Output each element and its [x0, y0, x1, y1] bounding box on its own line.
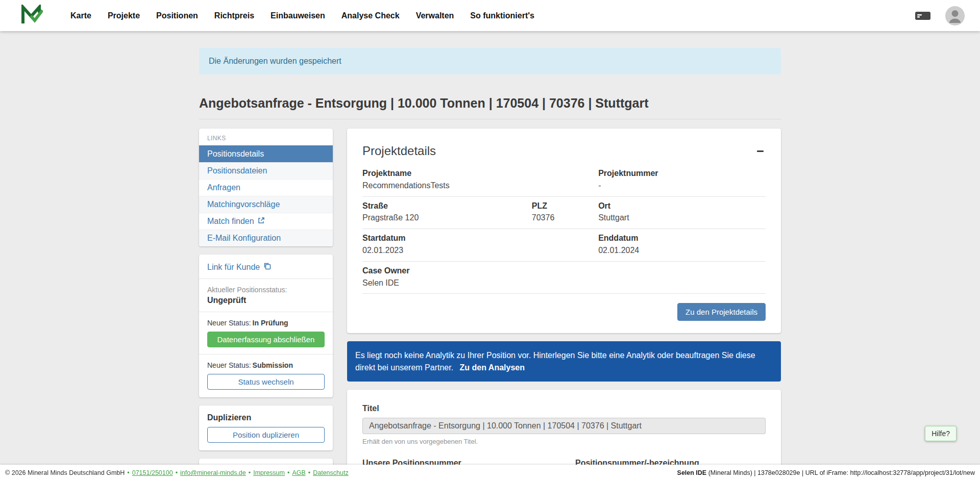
startdatum-value: 02.01.2023	[362, 245, 598, 256]
projektnummer-value: -	[598, 181, 766, 191]
hilfe-button[interactable]: Hilfe?	[925, 426, 957, 441]
project-row: Projektname RecommendationsTests Projekt…	[362, 164, 766, 197]
customer-link-label: Link für Kunde	[207, 263, 260, 272]
datenerfassung-abschliessen-button[interactable]: Datenerfassung abschließen	[207, 332, 325, 347]
nav-verwalten[interactable]: Verwalten	[416, 11, 454, 20]
page-content: Die Änderungen wurden gespeichert Angebo…	[0, 48, 980, 481]
analytics-banner: Es liegt noch keine Analytik zu Ihrer Po…	[347, 341, 781, 381]
next-status-value: In Prüfung	[253, 319, 288, 327]
plz-label: PLZ	[532, 201, 598, 212]
current-status-value: Ungeprüft	[207, 296, 325, 305]
nav-richtpreis[interactable]: Richtpreis	[214, 11, 254, 20]
titel-input	[362, 418, 766, 434]
card-reader-icon[interactable]	[915, 10, 931, 22]
project-row: Case Owner Selen IDE	[362, 262, 766, 294]
footer-link-agb[interactable]: AGB	[292, 469, 305, 476]
sidebar-links-card: LINKS Positionsdetails Positionsdateien …	[199, 129, 333, 246]
sidebar-item-matchingvorschlaege[interactable]: Matchingvorschläge	[199, 196, 333, 213]
separator: •	[249, 469, 251, 476]
project-row: Startdatum 02.01.2023 Enddatum 02.01.202…	[362, 229, 766, 262]
app-logo[interactable]	[20, 5, 43, 27]
titel-label: Titel	[362, 404, 766, 413]
strasse-label: Straße	[362, 201, 532, 212]
zu-den-analysen-link[interactable]: Zu den Analysen	[460, 363, 525, 372]
footer-link-phone[interactable]: 07151/250100	[132, 469, 173, 476]
top-nav-bar: Karte Projekte Positionen Richtpreis Ein…	[0, 0, 980, 31]
projektname-label: Projektname	[362, 168, 598, 179]
case-owner-label: Case Owner	[362, 266, 766, 276]
user-avatar[interactable]	[945, 6, 965, 26]
sidebar: LINKS Positionsdetails Positionsdateien …	[199, 129, 333, 481]
session-user: Selen IDE	[677, 469, 707, 476]
nav-analyse-check[interactable]: Analyse Check	[341, 11, 400, 20]
next-status-label: Neuer Status:	[207, 361, 251, 369]
separator: •	[127, 469, 129, 476]
nav-so-funktionierts[interactable]: So funktioniert's	[470, 11, 534, 20]
enddatum-label: Enddatum	[598, 233, 766, 244]
project-details-card: Projektdetails Projektname Recommendatio…	[347, 129, 781, 333]
sidebar-item-match-finden[interactable]: Match finden	[199, 213, 333, 230]
nav-projekte[interactable]: Projekte	[108, 11, 140, 20]
case-owner-value: Selen IDE	[362, 278, 766, 289]
next-status-line-1: Neuer Status:In Prüfung	[207, 319, 325, 327]
projektnummer-label: Projektnummer	[598, 168, 766, 179]
current-status-label: Aktueller Positionsstatus:	[207, 286, 325, 294]
ort-label: Ort	[598, 201, 766, 212]
copyright-text: © 2026 Mineral Minds Deutschland GmbH	[5, 469, 125, 476]
startdatum-label: Startdatum	[362, 233, 598, 244]
saved-alert: Die Änderungen wurden gespeichert	[199, 48, 781, 74]
sidebar-item-anfragen[interactable]: Anfragen	[199, 179, 333, 196]
divider	[199, 312, 333, 312]
next-status-label: Neuer Status:	[207, 319, 251, 327]
enddatum-value: 02.01.2024	[598, 245, 766, 256]
footer-left: © 2026 Mineral Minds Deutschland GmbH • …	[5, 469, 349, 476]
main-content: Projektdetails Projektname Recommendatio…	[347, 129, 781, 481]
session-details: (Mineral Minds) | 1378e028029e | URL of …	[706, 469, 975, 476]
next-status-value: Submission	[253, 361, 293, 369]
session-info: Selen IDE (Mineral Minds) | 1378e028029e…	[677, 469, 975, 476]
status-card: Link für Kunde Aktueller Positionsstatus…	[199, 255, 333, 397]
duplicate-card-title: Duplizieren	[207, 413, 325, 422]
title-divider	[199, 119, 781, 119]
zu-den-projektdetails-button[interactable]: Zu den Projektdetails	[677, 303, 766, 321]
logo-m-icon	[20, 5, 43, 27]
footer-link-datenschutz[interactable]: Datenschutz	[313, 469, 348, 476]
collapse-icon[interactable]	[755, 147, 766, 155]
project-row: Straße Pragstraße 120 PLZ 70376 Ort Stut…	[362, 197, 766, 230]
customer-link[interactable]: Link für Kunde	[207, 262, 271, 272]
nav-positionen[interactable]: Positionen	[156, 11, 198, 20]
sidebar-item-positionsdetails[interactable]: Positionsdetails	[199, 145, 333, 162]
separator: •	[287, 469, 289, 476]
copy-icon	[263, 262, 271, 272]
links-header: LINKS	[199, 129, 333, 145]
separator: •	[176, 469, 178, 476]
main-nav: Karte Projekte Positionen Richtpreis Ein…	[70, 11, 534, 20]
status-wechseln-button[interactable]: Status wechseln	[207, 374, 325, 390]
external-link-icon	[258, 217, 265, 226]
footer: © 2026 Mineral Minds Deutschland GmbH • …	[0, 465, 980, 481]
sidebar-item-positionsdateien[interactable]: Positionsdateien	[199, 162, 333, 179]
nav-einbauweisen[interactable]: Einbauweisen	[271, 11, 325, 20]
position-duplizieren-button[interactable]: Position duplizieren	[207, 427, 325, 443]
divider	[199, 354, 333, 355]
duplicate-card: Duplizieren Position duplizieren	[199, 406, 333, 450]
footer-link-email[interactable]: info@mineral-minds.de	[180, 469, 246, 476]
sidebar-item-email-konfiguration[interactable]: E-Mail Konfiguration	[199, 230, 333, 246]
match-finden-label: Match finden	[207, 217, 254, 226]
topbar-actions	[915, 6, 965, 26]
project-details-title: Projektdetails	[362, 144, 436, 158]
footer-link-impressum[interactable]: Impressum	[253, 469, 285, 476]
ort-value: Stuttgart	[598, 213, 766, 223]
nav-karte[interactable]: Karte	[70, 11, 91, 20]
analytics-banner-text: Es liegt noch keine Analytik zu Ihrer Po…	[355, 351, 755, 371]
saved-alert-text: Die Änderungen wurden gespeichert	[209, 57, 341, 65]
divider	[199, 279, 333, 279]
titel-help: Erhält den von uns vorgegebenen Titel.	[362, 438, 766, 445]
page-title: Angebotsanfrage - Entsorgung | 10.000 To…	[199, 96, 781, 111]
next-status-line-2: Neuer Status:Submission	[207, 361, 325, 369]
separator: •	[308, 469, 310, 476]
plz-value: 70376	[532, 213, 598, 223]
projektname-value: RecommendationsTests	[362, 181, 598, 191]
strasse-value: Pragstraße 120	[362, 213, 532, 223]
